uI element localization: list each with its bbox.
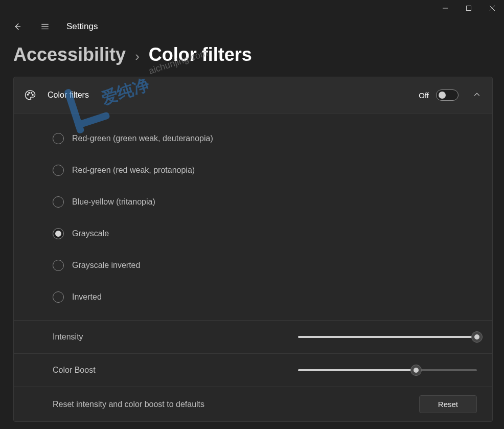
slider-fill (298, 336, 477, 338)
filter-option-grayscale-inverted[interactable]: Grayscale inverted (14, 250, 492, 281)
breadcrumb-separator-icon: › (135, 49, 140, 64)
slider-thumb[interactable] (410, 365, 422, 376)
reset-row: Reset intensity and color boost to defau… (14, 387, 492, 421)
svg-point-10 (31, 92, 32, 93)
radio-label: Red-green (green weak, deuteranopia) (72, 134, 213, 143)
minimize-button[interactable] (433, 0, 457, 16)
toggle-state-label: Off (419, 91, 429, 100)
app-title: Settings (66, 21, 98, 32)
svg-point-11 (32, 94, 33, 95)
titlebar (0, 0, 504, 16)
color-boost-slider[interactable] (298, 364, 477, 376)
palette-icon (24, 89, 36, 101)
breadcrumb: Accessibility › Color filters (0, 37, 504, 77)
expander-title: Color filters (48, 91, 407, 100)
color-boost-row: Color Boost (14, 353, 492, 387)
intensity-row: Intensity (14, 320, 492, 353)
slider-thumb[interactable] (471, 331, 483, 343)
svg-rect-1 (467, 6, 471, 11)
intensity-slider[interactable] (298, 331, 477, 343)
expander-header[interactable]: Color filters Off (14, 77, 492, 113)
filter-option-inverted[interactable]: Inverted (14, 281, 492, 313)
radio-icon (53, 133, 64, 144)
radio-icon (53, 165, 64, 176)
svg-point-8 (27, 94, 28, 95)
intensity-label: Intensity (53, 332, 129, 342)
color-filters-toggle[interactable] (436, 89, 459, 101)
reset-button[interactable]: Reset (419, 395, 477, 413)
radio-label: Grayscale (72, 229, 109, 238)
color-filters-expander: Color filters Off Red-green (green weak,… (13, 77, 493, 422)
chevron-up-icon[interactable] (473, 91, 481, 100)
color-filters-toggle-group: Off (419, 89, 459, 101)
top-nav: Settings (0, 16, 504, 37)
radio-icon (53, 260, 64, 271)
radio-label: Inverted (72, 292, 102, 302)
filter-option-protanopia[interactable]: Red-green (red weak, protanopia) (14, 154, 492, 186)
close-button[interactable] (480, 0, 504, 16)
nav-menu-button[interactable] (36, 17, 54, 36)
breadcrumb-parent[interactable]: Accessibility (13, 44, 126, 65)
svg-point-9 (29, 92, 30, 93)
radio-label: Blue-yellow (tritanopia) (72, 197, 155, 207)
maximize-button[interactable] (457, 0, 480, 16)
filter-option-deuteranopia[interactable]: Red-green (green weak, deuteranopia) (14, 123, 492, 154)
toggle-knob (439, 92, 446, 99)
slider-fill (298, 369, 416, 371)
radio-icon (53, 196, 64, 208)
radio-label: Red-green (red weak, protanopia) (72, 166, 195, 175)
reset-label: Reset intensity and color boost to defau… (53, 400, 419, 409)
breadcrumb-current: Color filters (149, 44, 252, 65)
filter-option-grayscale[interactable]: Grayscale (14, 218, 492, 250)
radio-label: Grayscale inverted (72, 261, 140, 270)
filter-radio-group: Red-green (green weak, deuteranopia) Red… (14, 113, 492, 320)
radio-icon (53, 291, 64, 303)
filter-option-tritanopia[interactable]: Blue-yellow (tritanopia) (14, 186, 492, 218)
radio-icon (53, 228, 64, 239)
color-boost-label: Color Boost (53, 366, 129, 375)
content-panel: Color filters Off Red-green (green weak,… (0, 77, 504, 422)
back-button[interactable] (8, 17, 27, 36)
